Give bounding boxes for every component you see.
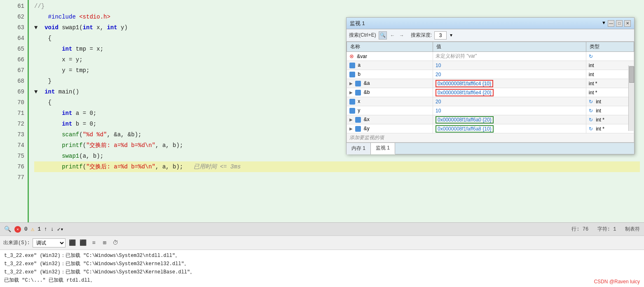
watch-row-x[interactable]: x 20 ↻ int: [347, 97, 634, 106]
watch-row-y[interactable]: y 10 ↻ int: [347, 106, 634, 115]
refresh-icon-x: ↻: [589, 99, 593, 105]
warning-icon: ⚠: [31, 226, 34, 233]
watch-row-addr-y[interactable]: ▶ &y 0x0000008f1faff6a8 {10} ↻ int *: [347, 124, 634, 133]
var-icon-a: [349, 63, 355, 68]
warning-count: 1: [37, 226, 41, 232]
col-value: 值: [433, 42, 586, 52]
clock-icon[interactable]: ⏱: [111, 238, 120, 247]
search-label: 搜索(Ctrl+E): [349, 32, 376, 39]
output-toolbar: 出来源(S): 调试 ⬛ ⬛ ≡ ⊞ ⏱: [0, 236, 644, 250]
align-center-icon[interactable]: ⬛: [79, 238, 88, 247]
watch-footer: 内存 1 监视 1: [347, 142, 634, 154]
expand-arrow-b[interactable]: ▶: [349, 90, 353, 95]
output-content: t_3_22.exe" (Win32)：已加载 "C:\Windows\Syst…: [0, 250, 644, 286]
output-source-select[interactable]: 调试: [33, 238, 66, 247]
tab-memory-1[interactable]: 内存 1: [347, 143, 371, 154]
up-arrow-icon[interactable]: ↑: [44, 226, 47, 232]
var-icon-addr-b: [355, 90, 361, 96]
watch-table: 名称 值 类型 ⊗ &var 未定义标识符 "var" ↻: [347, 42, 634, 142]
output-toolbar-icons: ⬛ ⬛ ≡ ⊞ ⏱: [68, 238, 120, 247]
watch-table-body: ⊗ &var 未定义标识符 "var" ↻ a 1: [347, 52, 634, 142]
editor-status-bar: 🔍 ✕ 0 ⚠ 1 ↑ ↓ ✓▾ 行: 76 字符: 1 制表符: [0, 222, 644, 236]
refresh-icon-var: ↻: [589, 54, 593, 59]
error-count-badge: ✕: [14, 226, 21, 233]
checkmark-icon[interactable]: ✓▾: [57, 226, 64, 233]
search-depth-label: 搜索深度:: [411, 32, 432, 39]
align-left-icon[interactable]: ⬛: [68, 238, 77, 247]
col-name: 名称: [347, 42, 433, 52]
watch-row-b[interactable]: b 20 int: [347, 70, 634, 79]
nav-forward-icon[interactable]: →: [398, 33, 405, 38]
close-button[interactable]: ✕: [624, 20, 631, 27]
code-line-61: //}: [34, 1, 640, 12]
watch-add-item-row[interactable]: 添加要监视的项: [347, 133, 634, 142]
depth-dropdown-icon[interactable]: ▼: [449, 33, 453, 37]
expand-arrow-x[interactable]: ▶: [349, 117, 353, 122]
error-count: 0: [24, 226, 28, 232]
output-line-4: 已加载 "C:\..." 已加载 rtdl.dll。: [4, 276, 640, 285]
var-icon-x: [349, 99, 355, 105]
watch-window: 监视 1 ▼ — □ ✕ 搜索(Ctrl+E) 🔍 ← → 搜索深度: ▼ 名称…: [346, 17, 635, 154]
output-line-2: t_3_22.exe" (Win32)：已加载 "C:\Windows\Syst…: [4, 260, 640, 268]
col-type: 类型: [586, 42, 634, 52]
watch-titlebar: 监视 1 ▼ — □ ✕: [347, 18, 634, 29]
watch-row-addr-a[interactable]: ▶ &a 0x0000008f1faff6c4 {10} int *: [347, 79, 634, 88]
expand-arrow-a[interactable]: ▶: [349, 81, 353, 86]
watch-table-header: 名称 值 类型: [347, 42, 634, 52]
var-icon-b: [349, 72, 355, 77]
refresh-icon-addr-y: ↻: [589, 126, 593, 132]
watch-scrollbar[interactable]: [628, 65, 634, 131]
error-icon: ⊗: [349, 53, 354, 59]
code-line-77: [34, 172, 640, 183]
debug-icon: 🔍: [4, 226, 11, 233]
tab-watch-1[interactable]: 监视 1: [371, 143, 395, 154]
refresh-icon-addr-x: ↻: [589, 117, 593, 123]
dropdown-icon[interactable]: ▼: [602, 20, 606, 27]
output-line-3: t_3_22.exe" (Win32)：已加载 "C:\Windows\Syst…: [4, 268, 640, 276]
list-icon[interactable]: ⊞: [100, 238, 109, 247]
search-icon[interactable]: 🔍: [379, 31, 387, 40]
maximize-button[interactable]: □: [616, 20, 623, 27]
scrollbar-thumb[interactable]: [629, 66, 634, 83]
var-icon-y: [349, 108, 355, 114]
output-panel: 出来源(S): 调试 ⬛ ⬛ ≡ ⊞ ⏱ t_3_22.exe" (Win32)…: [0, 236, 644, 287]
line-numbers: 61 62 63 64 65 66 67 68 69 70 71 72 73 7…: [0, 0, 29, 222]
watermark: CSDN @Raven luicy: [594, 279, 640, 285]
expand-arrow-y[interactable]: ▶: [349, 126, 353, 131]
watch-search-bar: 搜索(Ctrl+E) 🔍 ← → 搜索深度: ▼: [347, 29, 634, 42]
watch-row-addr-x[interactable]: ▶ &x 0x0000008f1faff6a0 {20} ↻ int *: [347, 115, 634, 124]
refresh-icon-y: ↻: [589, 108, 593, 114]
watch-window-controls: ▼ — □ ✕: [602, 20, 631, 27]
code-line-76: printf("交换后: a=%d b=%d\n", a, b); 已用时间 <…: [34, 161, 640, 172]
output-line-1: t_3_22.exe" (Win32)：已加载 "C:\Windows\Syst…: [4, 252, 640, 260]
output-source-label: 出来源(S):: [3, 239, 30, 246]
search-depth-input[interactable]: [434, 31, 447, 40]
watch-row-var[interactable]: ⊗ &var 未定义标识符 "var" ↻: [347, 52, 634, 61]
watch-title: 监视 1: [350, 20, 365, 27]
watch-row-a[interactable]: a 10 int: [347, 61, 634, 70]
watch-row-addr-b[interactable]: ▶ &b 0x0000008f1faff6e4 {20} int *: [347, 88, 634, 97]
indent-icon[interactable]: ≡: [89, 238, 98, 247]
down-arrow-icon[interactable]: ↓: [51, 226, 54, 232]
row-col-info: 行: 76 字符: 1 制表符: [571, 226, 640, 233]
var-icon-addr-a: [355, 81, 361, 86]
minimize-button[interactable]: —: [608, 20, 614, 27]
var-icon-addr-y: [355, 126, 361, 132]
nav-back-icon[interactable]: ←: [389, 33, 396, 38]
var-icon-addr-x: [355, 117, 361, 123]
